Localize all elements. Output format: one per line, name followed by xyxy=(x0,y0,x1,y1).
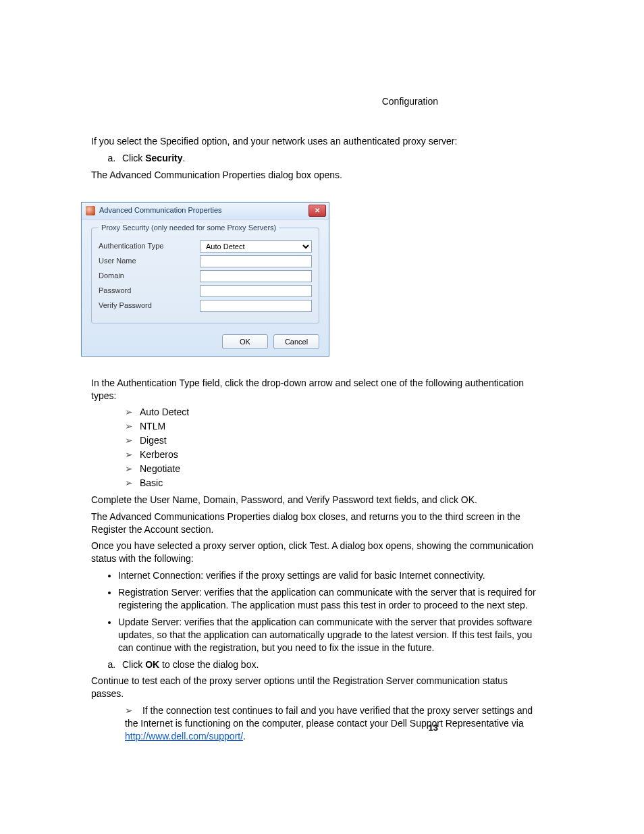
post-line-1: In the Authentication Type field, click … xyxy=(91,377,543,402)
post-step-a-suffix: to close the dialog box. xyxy=(159,659,259,670)
verify-password-input[interactable] xyxy=(200,300,312,312)
password-label: Password xyxy=(99,286,200,296)
proxy-security-fieldset: Proxy Security (only needed for some Pro… xyxy=(91,228,319,323)
domain-input[interactable] xyxy=(200,270,312,282)
dialog-title: Advanced Communication Properties xyxy=(99,205,222,215)
auth-type-item: NTLM xyxy=(125,420,543,433)
user-name-label: User Name xyxy=(99,256,200,266)
row-verify-password: Verify Password xyxy=(99,300,312,312)
page-header-section: Configuration xyxy=(382,96,438,107)
dialog-title-left: Advanced Communication Properties xyxy=(86,205,222,215)
post-line-3: The Advanced Communications Properties d… xyxy=(91,511,543,536)
auth-type-label: Authentication Type xyxy=(99,241,200,251)
auth-type-item: Basic xyxy=(125,477,543,490)
auth-type-item: Auto Detect xyxy=(125,406,543,419)
intro-step-a: Click Security. xyxy=(118,152,543,165)
app-icon xyxy=(86,206,95,215)
test-item: Registration Server: verifies that the a… xyxy=(118,586,543,612)
post-line-2: Complete the User Name, Domain, Password… xyxy=(91,494,543,506)
cancel-button[interactable]: Cancel xyxy=(273,334,319,349)
row-password: Password xyxy=(99,285,312,297)
page-number: 13 xyxy=(429,723,438,733)
auth-type-select[interactable]: Auto Detect xyxy=(200,240,312,253)
dialog-button-row: OK Cancel xyxy=(91,334,319,349)
fail-note-list: If the connection test continues to fail… xyxy=(111,704,543,743)
row-user-name: User Name xyxy=(99,255,312,267)
auth-type-list: Auto Detect NTLM Digest Kerberos Negotia… xyxy=(111,406,543,489)
post-line-4: Once you have selected a proxy server op… xyxy=(91,540,543,565)
intro-step-a-prefix: Click xyxy=(122,153,145,163)
fieldset-legend: Proxy Security (only needed for some Pro… xyxy=(99,223,279,233)
fail-note-prefix: If the connection test continues to fail… xyxy=(125,705,533,729)
test-item: Update Server: verifies that the applica… xyxy=(118,616,543,654)
post-step-a-bold: OK xyxy=(145,659,159,670)
intro-step-a-bold: Security xyxy=(145,153,182,163)
dialog-body: Proxy Security (only needed for some Pro… xyxy=(82,219,329,356)
auth-type-item: Kerberos xyxy=(125,448,543,461)
intro-step-a-suffix: . xyxy=(182,153,185,163)
password-input[interactable] xyxy=(200,285,312,297)
support-link[interactable]: http://www.dell.com/support/ xyxy=(125,731,243,741)
verify-password-label: Verify Password xyxy=(99,301,200,311)
auth-type-item: Digest xyxy=(125,434,543,447)
test-list: Internet Connection: verifies if the pro… xyxy=(91,569,543,654)
intro-line-2: The Advanced Communication Properties di… xyxy=(91,169,543,182)
row-domain: Domain xyxy=(99,270,312,282)
domain-label: Domain xyxy=(99,271,200,281)
fail-note-item: If the connection test continues to fail… xyxy=(125,704,543,743)
test-item: Internet Connection: verifies if the pro… xyxy=(118,569,543,582)
user-name-input[interactable] xyxy=(200,255,312,267)
post-step-a-prefix: Click xyxy=(122,659,145,670)
auth-type-item: Negotiate xyxy=(125,463,543,475)
fail-note-suffix: . xyxy=(243,731,246,741)
intro-line-1: If you select the Specified option, and … xyxy=(91,135,543,148)
close-button[interactable]: ✕ xyxy=(308,205,326,217)
row-auth-type: Authentication Type Auto Detect xyxy=(99,240,312,253)
post-step-a: Click OK to close the dialog box. xyxy=(118,658,543,671)
post-line-5: Continue to test each of the proxy serve… xyxy=(91,675,543,700)
post-steps: Click OK to close the dialog box. xyxy=(91,658,543,671)
close-icon: ✕ xyxy=(315,206,320,215)
dialog-titlebar: Advanced Communication Properties ✕ xyxy=(82,203,329,219)
page-content: If you select the Specified option, and … xyxy=(91,135,543,743)
page: Configuration If you select the Specifie… xyxy=(0,0,644,834)
intro-steps: Click Security. xyxy=(91,152,543,165)
ok-button[interactable]: OK xyxy=(222,334,268,349)
dialog-window: Advanced Communication Properties ✕ Prox… xyxy=(81,202,329,357)
